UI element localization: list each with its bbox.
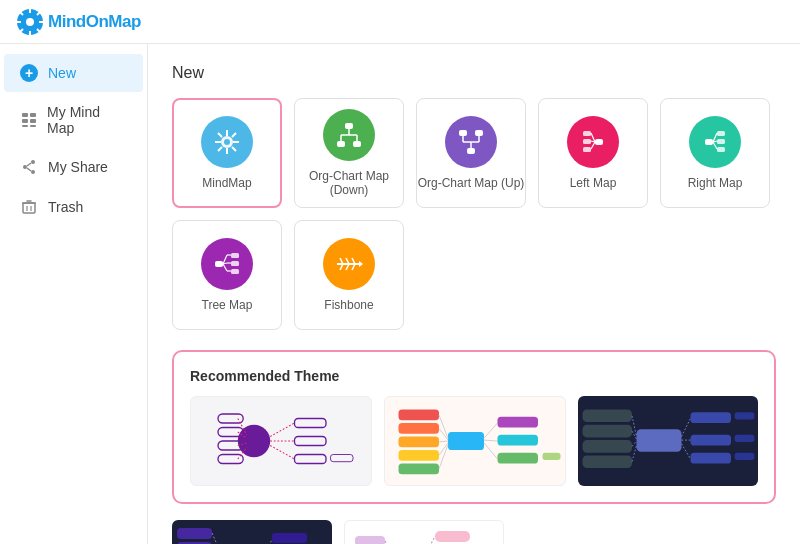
svg-rect-94 — [295, 419, 327, 428]
svg-line-110 — [484, 440, 498, 441]
mindmap-icon — [201, 116, 253, 168]
svg-line-124 — [632, 446, 637, 462]
plus-icon: + — [20, 64, 38, 82]
svg-rect-129 — [691, 435, 732, 446]
map-card-left-label: Left Map — [570, 176, 617, 190]
svg-rect-128 — [691, 412, 732, 423]
theme-card-3[interactable] — [578, 396, 758, 486]
theme-preview-2 — [385, 397, 565, 485]
map-card-mindmap-label: MindMap — [202, 176, 251, 190]
sidebar-trash-label: Trash — [48, 199, 83, 215]
map-card-fishbone[interactable]: Fishbone — [294, 220, 404, 330]
extra-preview-1 — [172, 520, 332, 544]
svg-rect-86 — [218, 455, 243, 464]
map-card-org-down[interactable]: Org-Chart Map (Down) — [294, 98, 404, 208]
svg-rect-37 — [337, 141, 345, 147]
svg-line-109 — [484, 423, 498, 438]
theme-card-1[interactable] — [190, 396, 372, 486]
tree-map-icon — [201, 238, 253, 290]
svg-rect-43 — [467, 148, 475, 154]
svg-rect-153 — [435, 531, 470, 542]
svg-rect-66 — [231, 261, 239, 266]
svg-rect-11 — [30, 113, 36, 117]
svg-rect-96 — [295, 455, 327, 464]
map-card-org-up-label: Org-Chart Map (Up) — [418, 176, 525, 190]
fishbone-icon — [323, 238, 375, 290]
svg-rect-115 — [543, 453, 561, 460]
extra-themes — [172, 520, 776, 544]
theme-grid — [190, 396, 758, 486]
svg-rect-15 — [30, 125, 36, 127]
sidebar-item-my-share[interactable]: My Share — [4, 148, 143, 186]
svg-rect-58 — [717, 131, 725, 136]
svg-rect-130 — [691, 453, 732, 464]
svg-line-63 — [713, 142, 717, 149]
svg-line-34 — [232, 133, 236, 137]
recommended-section: Recommended Theme — [172, 350, 776, 504]
svg-rect-133 — [735, 453, 755, 460]
svg-rect-114 — [498, 453, 539, 464]
svg-point-1 — [26, 18, 34, 26]
svg-rect-103 — [399, 464, 440, 475]
map-card-tree[interactable]: Tree Map — [172, 220, 282, 330]
extra-card-1[interactable] — [172, 520, 332, 544]
sidebar-item-trash[interactable]: Trash — [4, 188, 143, 226]
svg-rect-135 — [177, 528, 212, 539]
svg-line-93 — [270, 446, 294, 460]
sidebar-item-new[interactable]: + New — [4, 54, 143, 92]
map-card-fishbone-label: Fishbone — [324, 298, 373, 312]
sidebar-my-share-label: My Share — [48, 159, 108, 175]
svg-rect-60 — [717, 147, 725, 152]
theme-card-2[interactable] — [384, 396, 566, 486]
svg-line-19 — [27, 163, 31, 166]
svg-rect-44 — [459, 130, 467, 136]
main-layout: + New My Mind Map — [0, 44, 800, 544]
svg-rect-38 — [353, 141, 361, 147]
sidebar: + New My Mind Map — [0, 44, 148, 544]
sidebar-item-my-mind-map[interactable]: My Mind Map — [4, 94, 143, 146]
svg-rect-57 — [705, 139, 713, 145]
svg-rect-52 — [583, 139, 591, 144]
svg-line-32 — [218, 133, 222, 137]
recommended-title: Recommended Theme — [190, 368, 758, 384]
svg-rect-53 — [583, 147, 591, 152]
svg-rect-14 — [22, 125, 28, 127]
map-card-org-up[interactable]: Org-Chart Map (Up) — [416, 98, 526, 208]
svg-line-91 — [270, 423, 294, 437]
left-map-icon — [567, 116, 619, 168]
map-type-grid: MindMap Org-Chart Map (Down) — [172, 98, 776, 330]
sidebar-my-mind-map-label: My Mind Map — [47, 104, 127, 136]
svg-line-121 — [632, 416, 637, 437]
extra-card-2[interactable] — [344, 520, 504, 544]
svg-line-56 — [591, 142, 595, 149]
svg-rect-36 — [345, 123, 353, 129]
map-card-left[interactable]: Left Map — [538, 98, 648, 208]
svg-rect-59 — [717, 139, 725, 144]
section-title: New — [172, 64, 776, 82]
extra-preview-2 — [345, 521, 504, 544]
map-card-mindmap[interactable]: MindMap — [172, 98, 282, 208]
svg-line-125 — [682, 419, 691, 437]
svg-rect-118 — [583, 425, 633, 438]
svg-line-127 — [682, 444, 691, 459]
map-card-right[interactable]: Right Map — [660, 98, 770, 208]
svg-rect-120 — [583, 455, 633, 468]
svg-point-17 — [23, 165, 27, 169]
svg-rect-50 — [595, 139, 603, 145]
svg-rect-67 — [231, 269, 239, 274]
svg-rect-100 — [399, 423, 440, 434]
svg-rect-113 — [498, 435, 539, 446]
svg-line-108 — [439, 445, 448, 469]
trash-icon — [20, 198, 38, 216]
svg-rect-148 — [272, 533, 307, 543]
svg-line-70 — [223, 264, 227, 271]
sidebar-new-label: New — [48, 65, 76, 81]
svg-rect-10 — [22, 113, 28, 117]
org-down-icon — [323, 109, 375, 161]
svg-rect-99 — [399, 410, 440, 421]
svg-rect-45 — [475, 130, 483, 136]
map-card-org-down-label: Org-Chart Map (Down) — [295, 169, 403, 197]
svg-rect-119 — [583, 440, 633, 453]
svg-rect-12 — [22, 119, 28, 123]
svg-rect-112 — [498, 417, 539, 428]
